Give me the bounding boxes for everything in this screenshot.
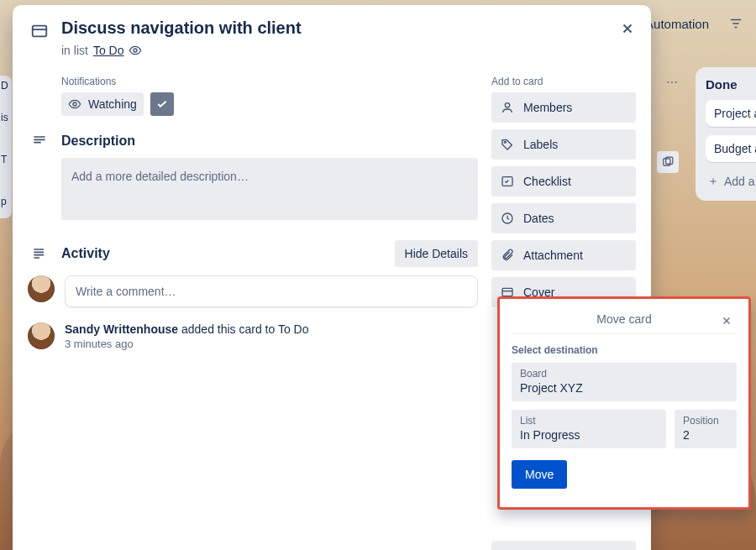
automation-label: Automation xyxy=(645,17,709,31)
popover-close-button[interactable] xyxy=(717,311,737,331)
move-button[interactable]: Move xyxy=(491,541,636,550)
dates-label: Dates xyxy=(523,212,554,225)
list-card[interactable]: Budget a xyxy=(706,135,756,162)
avatar xyxy=(28,275,55,302)
avatar xyxy=(28,322,55,349)
list-field-value: In Progress xyxy=(520,428,658,442)
move-card-popover: Move card Select destination Board Proje… xyxy=(497,296,751,510)
board-field-label: Board xyxy=(520,368,728,380)
svg-point-4 xyxy=(73,102,76,106)
svg-rect-9 xyxy=(502,288,512,296)
labels-label: Labels xyxy=(523,138,558,151)
card-location: in list To Do xyxy=(61,44,636,57)
clock-icon xyxy=(500,211,515,226)
list-menu-icon[interactable]: ⋯ xyxy=(659,76,685,96)
card-main-column: Notifications Watching Description Add a… xyxy=(28,76,478,550)
board-select[interactable]: Board Project XYZ xyxy=(512,363,737,401)
add-card-button[interactable]: ＋ Add a xyxy=(706,170,756,192)
position-field-label: Position xyxy=(683,415,728,427)
popover-title: Move card xyxy=(596,312,651,326)
watching-check-badge[interactable] xyxy=(150,92,174,116)
plus-icon: ＋ xyxy=(707,174,719,189)
comment-input[interactable]: Write a comment… xyxy=(65,275,478,307)
attachment-button[interactable]: Attachment xyxy=(491,240,636,270)
activity-icon xyxy=(28,245,51,262)
svg-point-3 xyxy=(134,49,137,52)
activity-title: Activity xyxy=(61,246,110,261)
svg-point-5 xyxy=(505,103,509,107)
eye-icon xyxy=(68,97,81,111)
hide-details-button[interactable]: Hide Details xyxy=(395,240,478,267)
close-modal-button[interactable] xyxy=(614,15,641,42)
position-select[interactable]: Position 2 xyxy=(675,410,737,448)
members-label: Members xyxy=(523,101,572,114)
user-icon xyxy=(500,100,515,115)
position-field-value: 2 xyxy=(683,428,728,442)
description-input[interactable]: Add a more detailed description… xyxy=(61,158,478,220)
eye-icon xyxy=(129,44,142,57)
in-list-prefix: in list xyxy=(61,44,88,57)
dates-button[interactable]: Dates xyxy=(491,203,636,233)
list-title[interactable]: Done xyxy=(706,77,756,92)
paperclip-icon xyxy=(500,248,515,263)
select-destination-label: Select destination xyxy=(512,344,737,356)
description-icon xyxy=(28,133,51,149)
list-card[interactable]: Project ap xyxy=(706,100,756,127)
tag-icon xyxy=(500,137,515,152)
move-submit-button[interactable]: Move xyxy=(512,460,567,489)
activity-item: Sandy Writtenhouse added this card to To… xyxy=(28,322,478,350)
activity-action: added this card to To Do xyxy=(178,322,308,336)
checklist-button[interactable]: Checklist xyxy=(491,166,636,196)
watching-label: Watching xyxy=(88,97,137,111)
activity-user[interactable]: Sandy Writtenhouse xyxy=(65,322,178,336)
svg-rect-2 xyxy=(33,26,47,37)
checklist-icon xyxy=(500,174,515,189)
list-field-label: List xyxy=(520,415,658,427)
filter-icon[interactable] xyxy=(727,15,744,32)
board-field-value: Project XYZ xyxy=(520,381,728,395)
labels-button[interactable]: Labels xyxy=(491,129,636,160)
watching-button[interactable]: Watching xyxy=(61,92,144,116)
background-list-done: Done Project ap Budget a ＋ Add a xyxy=(696,67,756,201)
card-template-icon[interactable] xyxy=(657,151,679,173)
description-title: Description xyxy=(61,134,135,149)
svg-point-6 xyxy=(504,141,506,143)
add-card-label: Add a xyxy=(724,175,755,188)
checklist-label: Checklist xyxy=(523,175,571,188)
in-list-link[interactable]: To Do xyxy=(93,44,124,57)
list-select[interactable]: List In Progress xyxy=(512,410,666,448)
card-icon xyxy=(28,18,51,40)
card-title[interactable]: Discuss navigation with client xyxy=(61,18,302,38)
add-to-card-label: Add to card xyxy=(491,76,636,87)
members-button[interactable]: Members xyxy=(491,92,636,123)
attachment-label: Attachment xyxy=(523,249,583,262)
activity-time[interactable]: 3 minutes ago xyxy=(65,338,309,350)
notifications-label: Notifications xyxy=(61,76,478,87)
left-column-peek: D is T p xyxy=(0,76,12,218)
